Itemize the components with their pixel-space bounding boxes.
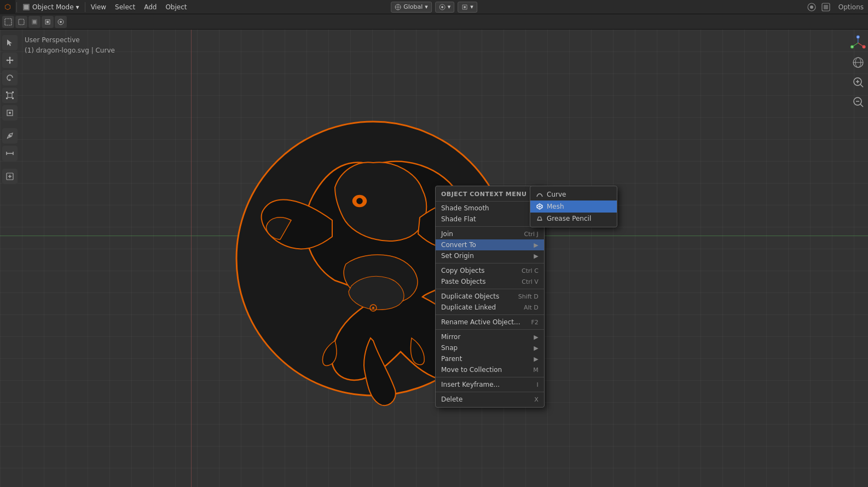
separator-6	[436, 377, 544, 377]
svg-line-56	[860, 104, 863, 107]
menu-duplicate-objects[interactable]: Duplicate Objects Shift D	[436, 291, 544, 302]
viewport[interactable]: Z Y	[0, 30, 868, 487]
menu-paste-objects[interactable]: Paste Objects Ctrl V	[436, 276, 544, 287]
svg-rect-11	[824, 5, 828, 9]
options-label[interactable]: Options	[838, 3, 864, 11]
menu-shade-smooth[interactable]: Shade Smooth	[436, 203, 544, 214]
menu-convert-to[interactable]: Convert To ▶	[436, 239, 544, 250]
pivot-icon	[439, 4, 445, 10]
separator-4	[436, 314, 544, 315]
menu-set-origin[interactable]: Set Origin ▶	[436, 250, 544, 261]
menu-mirror[interactable]: Mirror ▶	[436, 331, 544, 342]
zoom-in-icon	[852, 76, 864, 88]
submenu-convert-to: Curve Mesh Grease Pencil	[530, 186, 617, 227]
zoom-in[interactable]	[850, 75, 866, 90]
menu-select[interactable]: Select	[111, 0, 140, 14]
menu-snap[interactable]: Snap ▶	[436, 342, 544, 353]
separator-5	[436, 329, 544, 330]
menu-duplicate-linked[interactable]: Duplicate Linked Alt D	[436, 302, 544, 313]
transform-tool[interactable]	[2, 105, 18, 121]
svg-point-31	[9, 112, 11, 114]
tool-4-icon	[44, 18, 51, 26]
top-toolbar: ⬡ Object Mode ▾ View Select Add Object G…	[0, 0, 868, 14]
axis-vertical	[191, 30, 192, 487]
svg-rect-28	[6, 98, 8, 99]
annotate-tool[interactable]	[2, 128, 18, 144]
tool-select-box[interactable]	[2, 16, 14, 28]
submenu-curve-label: Curve	[547, 191, 566, 198]
mode-selector[interactable]: Object Mode ▾	[18, 0, 84, 14]
render-engine[interactable]	[820, 1, 832, 13]
tool-4[interactable]	[42, 16, 54, 28]
separator	[16, 2, 17, 12]
svg-rect-27	[12, 91, 14, 93]
move-tool[interactable]	[2, 53, 18, 68]
svg-rect-17	[47, 21, 49, 23]
svg-point-32	[9, 135, 11, 137]
menu-move-collection[interactable]: Move to Collection M	[436, 364, 544, 375]
perspective-label: User Perspective	[25, 35, 115, 45]
select-tool[interactable]	[2, 35, 18, 50]
render-icon	[821, 2, 831, 12]
submenu-mesh[interactable]: Mesh	[530, 200, 617, 213]
tool-lasso-select[interactable]	[28, 16, 40, 28]
app-logo: ⬡	[0, 0, 15, 14]
tool-5[interactable]	[55, 16, 67, 28]
transform-orientation[interactable]: Global ▾	[391, 2, 432, 13]
svg-point-24	[372, 307, 374, 309]
submenu-curve[interactable]: Curve	[530, 188, 617, 200]
svg-rect-12	[5, 19, 11, 25]
tool-circle-select[interactable]	[15, 16, 27, 28]
left-toolbar	[2, 35, 18, 184]
annotate-icon	[5, 131, 14, 140]
gizmo-container[interactable]: Z Y	[850, 35, 866, 50]
menu-join[interactable]: Join Ctrl J	[436, 228, 544, 239]
snap-selector[interactable]: ▾	[458, 2, 477, 13]
pivot-selector[interactable]: ▾	[435, 2, 455, 13]
add-tool[interactable]	[2, 169, 18, 184]
separator	[85, 2, 85, 12]
orientation-icon	[395, 4, 401, 10]
svg-rect-1	[24, 5, 28, 9]
lasso-select-icon	[31, 18, 38, 26]
svg-text:Y: Y	[851, 46, 853, 48]
menu-shade-flat[interactable]: Shade Flat	[436, 214, 544, 225]
menu-rename[interactable]: Rename Active Object... F2	[436, 317, 544, 328]
scale-icon	[5, 91, 14, 100]
menu-copy-objects[interactable]: Copy Objects Ctrl C	[436, 265, 544, 276]
menu-view[interactable]: View	[86, 0, 111, 14]
snap-icon	[461, 4, 468, 10]
menu-parent[interactable]: Parent ▶	[436, 353, 544, 364]
menu-object[interactable]: Object	[161, 0, 191, 14]
measure-tool[interactable]	[2, 146, 18, 161]
svg-rect-26	[6, 91, 8, 93]
mode-label: Object Mode	[32, 3, 74, 11]
svg-point-9	[810, 5, 813, 9]
zoom-out[interactable]	[850, 94, 866, 110]
toolbar-center: Global ▾ ▾ ▾	[391, 2, 477, 13]
zoom-perspective[interactable]	[850, 55, 866, 70]
submenu-grease-pencil[interactable]: Grease Pencil	[530, 213, 617, 225]
cursor-icon	[5, 38, 14, 47]
object-info: (1) dragon-logo.svg | Curve	[25, 45, 115, 56]
menu-add[interactable]: Add	[140, 0, 161, 14]
measure-icon	[5, 149, 14, 158]
menu-insert-keyframe[interactable]: Insert Keyframe... I	[436, 379, 544, 390]
scene-selector[interactable]	[806, 1, 818, 13]
tool-5-icon	[57, 18, 65, 26]
svg-point-7	[464, 6, 466, 8]
viewport-info: User Perspective (1) dragon-logo.svg | C…	[25, 35, 115, 56]
separator-1	[436, 226, 544, 227]
scale-tool[interactable]	[2, 88, 18, 103]
rotate-tool[interactable]	[2, 70, 18, 85]
svg-point-43	[863, 45, 866, 48]
select-box-icon	[4, 18, 12, 26]
circle-select-icon	[18, 18, 25, 26]
submenu-mesh-label: Mesh	[547, 203, 564, 210]
submenu-grease-pencil-label: Grease Pencil	[547, 215, 591, 222]
context-menu: Object Context Menu Shade Smooth Shade F…	[435, 186, 545, 408]
svg-rect-15	[33, 20, 36, 24]
menu-delete[interactable]: Delete X	[436, 394, 544, 405]
svg-point-5	[441, 6, 443, 8]
svg-point-19	[60, 21, 62, 23]
